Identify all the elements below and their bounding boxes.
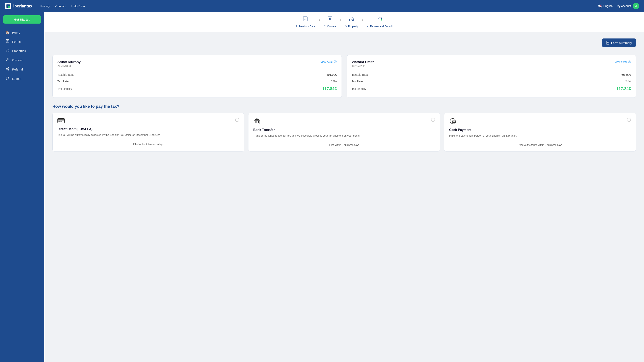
taxliability-value-1: 117.84€: [616, 86, 631, 91]
owner-info-1: Victoria Smith 43215220z: [352, 60, 374, 68]
svg-point-9: [6, 68, 7, 69]
payment-filed-2: Receive the forms within 2 business days: [449, 141, 631, 146]
step-owners[interactable]: 2. Owners: [324, 16, 336, 28]
taxrate-value-1: 24%: [625, 80, 631, 83]
step-label-previous-data: 1. Previous Data: [296, 25, 315, 28]
logo-brand: iberiantax: [13, 4, 32, 8]
avatar: J: [633, 3, 639, 9]
payment-card-0[interactable]: Direct Debit (EU/SEPA) The tax will be a…: [52, 113, 244, 152]
radio-bank-transfer[interactable]: [431, 118, 435, 122]
logo-icon: [5, 3, 11, 9]
view-detail-0[interactable]: View detail ⓘ: [320, 60, 337, 64]
owner-row-taxliability-1: Tax Liability 117.84€: [352, 85, 631, 93]
step-icon-property: [349, 16, 354, 23]
taxrate-label-1: Tax Rate: [352, 80, 363, 83]
step-arrow-1: ›: [319, 18, 320, 26]
owner-name-1: Victoria Smith: [352, 60, 374, 64]
direct-debit-icon: [58, 118, 65, 125]
logout-icon: [6, 76, 10, 81]
step-label-owners: 2. Owners: [324, 25, 336, 28]
pay-title: How would you like to pay the tax?: [52, 104, 636, 109]
nav-contact[interactable]: Contact: [55, 4, 66, 8]
sidebar-item-forms[interactable]: Forms: [2, 37, 43, 46]
svg-line-13: [7, 69, 8, 70]
forms-icon: [6, 39, 10, 44]
my-account-btn[interactable]: My account J: [616, 3, 639, 9]
svg-rect-16: [304, 18, 306, 18]
owner-card-header-0: Stuart Murphy Z0555432X View detail ⓘ: [58, 60, 337, 68]
owner-id-1: 43215220z: [352, 64, 374, 68]
svg-rect-1: [8, 4, 10, 6]
sidebar-item-properties[interactable]: Properties: [2, 46, 43, 55]
info-icon-1: ⓘ: [628, 60, 631, 64]
pay-section: How would you like to pay the tax? Direc…: [52, 104, 636, 152]
svg-point-10: [8, 68, 9, 68]
taxbase-value-1: 491.00€: [621, 73, 631, 76]
svg-rect-3: [8, 6, 10, 8]
svg-rect-26: [58, 118, 64, 123]
svg-rect-30: [255, 121, 256, 123]
info-icon-0: ⓘ: [334, 60, 337, 64]
radio-direct-debit[interactable]: [235, 118, 239, 122]
taxbase-value-0: 491.00€: [326, 73, 337, 76]
taxbase-label-0: Taxable Base: [58, 73, 74, 76]
my-account-label: My account: [616, 4, 631, 8]
form-summary-button[interactable]: Form Summary: [602, 38, 636, 47]
svg-rect-18: [304, 20, 306, 20]
sidebar-label-referral: Referral: [12, 68, 23, 71]
step-review-submit[interactable]: 4. Review and Submit: [367, 16, 392, 28]
sidebar-item-logout[interactable]: Logout: [2, 74, 43, 83]
sidebar-label-logout: Logout: [12, 77, 21, 80]
payment-filed-1: Filed within 2 business days: [253, 141, 435, 146]
owner-row-taxbase-1: Taxable Base 491.00€: [352, 72, 631, 78]
referral-icon: [6, 67, 10, 72]
form-summary-label: Form Summary: [611, 41, 632, 44]
flag-icon: 🇬🇧: [598, 4, 602, 8]
header-right: 🇬🇧 English My account J: [598, 3, 639, 9]
view-detail-1[interactable]: View detail ⓘ: [614, 60, 631, 64]
svg-point-20: [330, 18, 331, 19]
svg-line-12: [7, 68, 8, 69]
app-body: Get Started 🏠 Home Forms Properties: [0, 12, 644, 362]
owner-row-taxbase-0: Taxable Base 491.00€: [58, 72, 337, 78]
main-content: 1. Previous Data › 2. Owners › 3. Proper…: [44, 12, 644, 362]
svg-rect-2: [6, 6, 8, 8]
taxliability-value-0: 117.84€: [322, 86, 337, 91]
payment-card-header-2: [449, 118, 631, 126]
owner-row-taxrate-1: Tax Rate 24%: [352, 78, 631, 85]
payment-title-0: Direct Debit (EU/SEPA): [58, 127, 239, 131]
sidebar-item-home[interactable]: 🏠 Home: [2, 28, 43, 37]
step-property[interactable]: 3. Property: [345, 16, 358, 28]
step-label-property: 3. Property: [345, 25, 358, 28]
taxliability-label-0: Tax Liability: [58, 87, 72, 90]
owner-id-0: Z0555432X: [58, 64, 80, 68]
payment-card-2[interactable]: Cash Payment Make the payment in person …: [444, 113, 636, 152]
sidebar-label-owners: Owners: [12, 58, 22, 62]
logo-area: iberiantax: [5, 3, 32, 9]
owner-info-0: Stuart Murphy Z0555432X: [58, 60, 80, 68]
svg-rect-0: [6, 4, 8, 6]
svg-rect-27: [58, 120, 64, 120]
sidebar-item-owners[interactable]: Owners: [2, 56, 43, 64]
language-selector[interactable]: 🇬🇧 English: [598, 4, 612, 8]
owner-card-header-1: Victoria Smith 43215220z View detail ⓘ: [352, 60, 631, 68]
get-started-button[interactable]: Get Started: [3, 15, 41, 24]
svg-rect-31: [256, 121, 257, 123]
payment-card-1[interactable]: Bank Transfer Transfer the funds to Iber…: [248, 113, 440, 152]
nav-helpdesk[interactable]: Help Desk: [71, 4, 85, 8]
radio-cash-payment[interactable]: [627, 118, 631, 122]
owners-icon: [6, 58, 10, 62]
home-icon: 🏠: [6, 30, 10, 34]
svg-rect-17: [304, 19, 306, 19]
step-arrow-3: ›: [362, 18, 363, 26]
taxbase-label-1: Taxable Base: [352, 73, 368, 76]
payment-desc-2: Make the payment in person at your Spani…: [449, 134, 631, 138]
sidebar-item-referral[interactable]: Referral: [2, 65, 43, 74]
payment-desc-0: The tax will be automatically collected …: [58, 133, 239, 137]
nav-pricing[interactable]: Pricing: [40, 4, 50, 8]
step-previous-data[interactable]: 1. Previous Data: [296, 16, 315, 28]
sidebar-label-properties: Properties: [12, 49, 26, 52]
nav-links: Pricing Contact Help Desk: [40, 4, 598, 8]
payment-title-2: Cash Payment: [449, 128, 631, 132]
payment-desc-1: Transfer the funds to IberianTax, and we…: [253, 134, 435, 138]
